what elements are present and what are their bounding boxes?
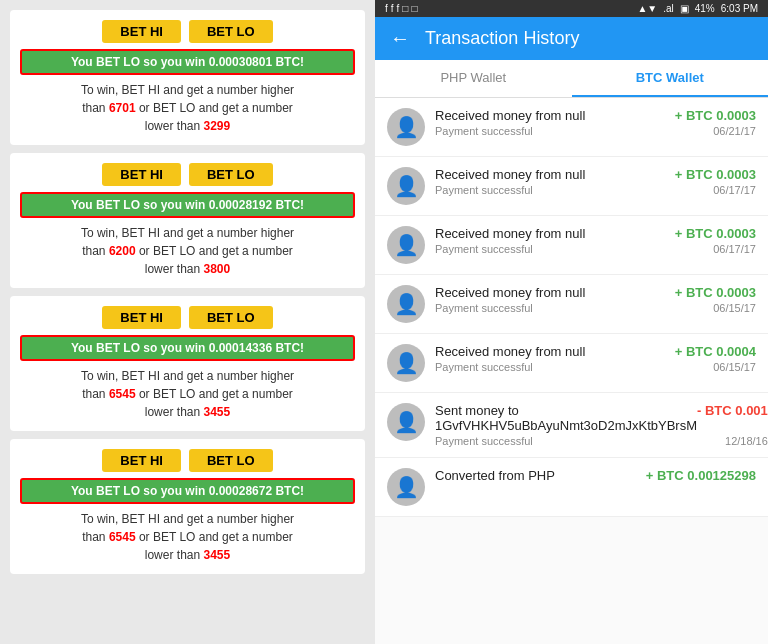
tx-top-3: Received money from null + BTC 0.0003 bbox=[435, 226, 756, 241]
tx-details-5: Received money from null + BTC 0.0004 Pa… bbox=[435, 344, 756, 373]
fb-icon1: f bbox=[385, 3, 388, 14]
tx-status-4: Payment successful bbox=[435, 302, 533, 314]
bet-hi-button-2[interactable]: BET HI bbox=[102, 163, 181, 186]
tx-details-7: Converted from PHP + BTC 0.00125298 bbox=[435, 468, 756, 485]
person-icon-2: 👤 bbox=[394, 174, 419, 198]
bet-lo-button-3[interactable]: BET LO bbox=[189, 306, 273, 329]
wallet-tab-php-wallet[interactable]: PHP Wallet bbox=[375, 60, 572, 97]
bet-lo-button-2[interactable]: BET LO bbox=[189, 163, 273, 186]
signal-icon: .al bbox=[663, 3, 674, 14]
tx-amount-6: - BTC 0.001 bbox=[697, 403, 768, 418]
avatar-7: 👤 bbox=[387, 468, 425, 506]
status-bar: f f f □ □ ▲▼ .al ▣ 41% 6:03 PM bbox=[375, 0, 768, 17]
tx-amount-7: + BTC 0.00125298 bbox=[646, 468, 756, 483]
tx-title-5: Received money from null bbox=[435, 344, 585, 359]
bet-lo-button-4[interactable]: BET LO bbox=[189, 449, 273, 472]
tx-top-7: Converted from PHP + BTC 0.00125298 bbox=[435, 468, 756, 483]
wallet-tabs: PHP WalletBTC Wallet bbox=[375, 60, 768, 98]
wallet-tab-btc-wallet[interactable]: BTC Wallet bbox=[572, 60, 769, 97]
tx-title-7: Converted from PHP bbox=[435, 468, 555, 483]
person-icon-4: 👤 bbox=[394, 292, 419, 316]
tx-title-2: Received money from null bbox=[435, 167, 585, 182]
bet-info-4: To win, BET HI and get a number higher t… bbox=[81, 510, 294, 564]
tx-date-4: 06/15/17 bbox=[713, 302, 756, 314]
bet-hi-button-3[interactable]: BET HI bbox=[102, 306, 181, 329]
tx-title-3: Received money from null bbox=[435, 226, 585, 241]
tx-top-1: Received money from null + BTC 0.0003 bbox=[435, 108, 756, 123]
status-right: ▲▼ .al ▣ 41% 6:03 PM bbox=[637, 3, 758, 14]
person-icon-7: 👤 bbox=[394, 475, 419, 499]
bet-info-1: To win, BET HI and get a number higher t… bbox=[81, 81, 294, 135]
transaction-item-7[interactable]: 👤 Converted from PHP + BTC 0.00125298 bbox=[375, 458, 768, 517]
header-title: Transaction History bbox=[425, 28, 579, 49]
avatar-5: 👤 bbox=[387, 344, 425, 382]
tx-top-4: Received money from null + BTC 0.0003 bbox=[435, 285, 756, 300]
tx-date-5: 06/15/17 bbox=[713, 361, 756, 373]
tx-bottom-2: Payment successful 06/17/17 bbox=[435, 184, 756, 196]
num-hi-4: 6545 bbox=[109, 530, 136, 544]
transaction-item-6[interactable]: 👤 Sent money to 1GvfVHKHV5uBbAyuNmt3oD2m… bbox=[375, 393, 768, 458]
box-icon2: □ bbox=[411, 3, 417, 14]
bet-card-4: BET HI BET LO You BET LO so you win 0.00… bbox=[10, 439, 365, 574]
tx-amount-1: + BTC 0.0003 bbox=[675, 108, 756, 123]
person-icon-1: 👤 bbox=[394, 115, 419, 139]
tx-date-3: 06/17/17 bbox=[713, 243, 756, 255]
tx-details-3: Received money from null + BTC 0.0003 Pa… bbox=[435, 226, 756, 255]
num-hi-2: 6200 bbox=[109, 244, 136, 258]
transaction-item-2[interactable]: 👤 Received money from null + BTC 0.0003 … bbox=[375, 157, 768, 216]
tx-bottom-1: Payment successful 06/21/17 bbox=[435, 125, 756, 137]
time-display: 6:03 PM bbox=[721, 3, 758, 14]
num-hi-1: 6701 bbox=[109, 101, 136, 115]
tx-amount-4: + BTC 0.0003 bbox=[675, 285, 756, 300]
bet-lo-button-1[interactable]: BET LO bbox=[189, 20, 273, 43]
tx-title-4: Received money from null bbox=[435, 285, 585, 300]
bet-hi-button-4[interactable]: BET HI bbox=[102, 449, 181, 472]
tx-bottom-6: Payment successful 12/18/16 bbox=[435, 435, 768, 447]
num-lo-4: 3455 bbox=[203, 548, 230, 562]
right-panel: f f f □ □ ▲▼ .al ▣ 41% 6:03 PM ← Transac… bbox=[375, 0, 768, 644]
tx-title-6: Sent money to 1GvfVHKHV5uBbAyuNmt3oD2mJx… bbox=[435, 403, 697, 433]
transaction-header: ← Transaction History bbox=[375, 17, 768, 60]
tx-status-1: Payment successful bbox=[435, 125, 533, 137]
tx-bottom-3: Payment successful 06/17/17 bbox=[435, 243, 756, 255]
back-button[interactable]: ← bbox=[390, 27, 410, 50]
tx-details-2: Received money from null + BTC 0.0003 Pa… bbox=[435, 167, 756, 196]
tx-bottom-5: Payment successful 06/15/17 bbox=[435, 361, 756, 373]
bet-card-2: BET HI BET LO You BET LO so you win 0.00… bbox=[10, 153, 365, 288]
bet-buttons-3: BET HI BET LO bbox=[102, 306, 272, 329]
tx-status-3: Payment successful bbox=[435, 243, 533, 255]
battery-percent: 41% bbox=[695, 3, 715, 14]
avatar-1: 👤 bbox=[387, 108, 425, 146]
avatar-3: 👤 bbox=[387, 226, 425, 264]
avatar-2: 👤 bbox=[387, 167, 425, 205]
win-message-3: You BET LO so you win 0.00014336 BTC! bbox=[20, 335, 355, 361]
num-lo-2: 3800 bbox=[203, 262, 230, 276]
bet-hi-button-1[interactable]: BET HI bbox=[102, 20, 181, 43]
transaction-item-4[interactable]: 👤 Received money from null + BTC 0.0003 … bbox=[375, 275, 768, 334]
transaction-item-5[interactable]: 👤 Received money from null + BTC 0.0004 … bbox=[375, 334, 768, 393]
bet-info-3: To win, BET HI and get a number higher t… bbox=[81, 367, 294, 421]
person-icon-3: 👤 bbox=[394, 233, 419, 257]
win-message-4: You BET LO so you win 0.00028672 BTC! bbox=[20, 478, 355, 504]
tx-amount-2: + BTC 0.0003 bbox=[675, 167, 756, 182]
tx-top-2: Received money from null + BTC 0.0003 bbox=[435, 167, 756, 182]
fb-icon2: f bbox=[391, 3, 394, 14]
num-lo-1: 3299 bbox=[203, 119, 230, 133]
tx-date-2: 06/17/17 bbox=[713, 184, 756, 196]
battery-icon: ▣ bbox=[680, 3, 689, 14]
win-message-2: You BET LO so you win 0.00028192 BTC! bbox=[20, 192, 355, 218]
bet-info-2: To win, BET HI and get a number higher t… bbox=[81, 224, 294, 278]
tx-top-5: Received money from null + BTC 0.0004 bbox=[435, 344, 756, 359]
tx-date-1: 06/21/17 bbox=[713, 125, 756, 137]
tx-details-4: Received money from null + BTC 0.0003 Pa… bbox=[435, 285, 756, 314]
transaction-item-1[interactable]: 👤 Received money from null + BTC 0.0003 … bbox=[375, 98, 768, 157]
box-icon1: □ bbox=[402, 3, 408, 14]
person-icon-6: 👤 bbox=[394, 410, 419, 434]
person-icon-5: 👤 bbox=[394, 351, 419, 375]
tx-details-1: Received money from null + BTC 0.0003 Pa… bbox=[435, 108, 756, 137]
tx-status-6: Payment successful bbox=[435, 435, 533, 447]
num-lo-3: 3455 bbox=[203, 405, 230, 419]
fb-icon3: f bbox=[397, 3, 400, 14]
transaction-item-3[interactable]: 👤 Received money from null + BTC 0.0003 … bbox=[375, 216, 768, 275]
tx-amount-3: + BTC 0.0003 bbox=[675, 226, 756, 241]
